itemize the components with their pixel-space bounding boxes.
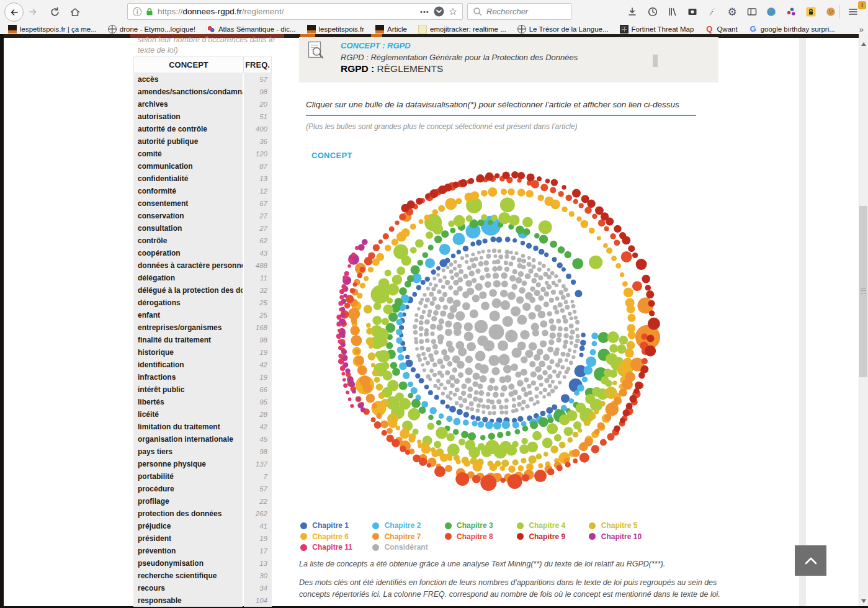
bubble[interactable]	[463, 274, 468, 279]
concept-row[interactable]: données à caractère personnel 488	[133, 259, 272, 272]
bookmarks-overflow-chevron[interactable]: »	[859, 25, 864, 34]
bubble[interactable]	[383, 305, 393, 315]
bubble[interactable]	[441, 285, 445, 289]
bubble[interactable]	[563, 318, 568, 324]
bubble[interactable]	[347, 264, 351, 268]
bubble[interactable]	[646, 290, 654, 298]
bubble[interactable]	[515, 372, 521, 378]
bubble[interactable]	[388, 419, 397, 428]
bubble[interactable]	[455, 459, 460, 464]
home-button[interactable]	[68, 5, 82, 19]
bubble[interactable]	[444, 184, 452, 192]
bubble[interactable]	[606, 218, 614, 226]
bubble[interactable]	[566, 293, 570, 297]
bubble[interactable]	[498, 341, 508, 351]
concept-row[interactable]: historique 19	[133, 346, 272, 359]
bubble[interactable]	[552, 369, 557, 373]
bubble[interactable]	[376, 253, 384, 261]
bubble[interactable]	[471, 253, 475, 256]
bubble[interactable]	[594, 429, 600, 434]
bubble[interactable]	[612, 381, 617, 386]
bubble[interactable]	[410, 247, 417, 254]
bubble[interactable]	[535, 400, 539, 404]
legend-item[interactable]: Chapitre 6	[300, 532, 370, 542]
bookmark-item[interactable]: Qwant	[705, 25, 737, 34]
bookmark-item[interactable]: drone - Etymo...logique!	[108, 25, 195, 34]
bubble[interactable]	[648, 300, 655, 307]
bubble[interactable]	[439, 413, 444, 419]
legend-item[interactable]: Chapitre 2	[372, 521, 442, 531]
bubble[interactable]	[544, 452, 548, 457]
concept-row[interactable]: personne physique 137	[133, 458, 272, 470]
bubble[interactable]	[614, 225, 621, 233]
bubble[interactable]	[395, 220, 399, 225]
bubble[interactable]	[493, 386, 498, 391]
bubble[interactable]	[352, 390, 356, 394]
bubble[interactable]	[380, 420, 388, 428]
bubble[interactable]	[642, 275, 650, 284]
bubble[interactable]	[520, 330, 529, 339]
bubble[interactable]	[504, 405, 509, 409]
bubble[interactable]	[457, 409, 463, 415]
concept-row[interactable]: accès 57	[133, 73, 272, 86]
bubble[interactable]	[445, 321, 452, 328]
bubble[interactable]	[551, 179, 558, 186]
bubble[interactable]	[547, 284, 552, 290]
concept-row[interactable]: organisation internationale 45	[133, 433, 272, 445]
bubble[interactable]	[526, 404, 530, 408]
bubble[interactable]	[531, 180, 539, 188]
bubble[interactable]	[463, 412, 469, 418]
bubble[interactable]	[550, 445, 558, 453]
bubble[interactable]	[584, 366, 593, 375]
bubble[interactable]	[408, 436, 415, 443]
bubble[interactable]	[600, 401, 606, 406]
bubble[interactable]	[573, 310, 576, 313]
bubble[interactable]	[338, 340, 342, 344]
bubble[interactable]	[366, 328, 373, 334]
bubble[interactable]	[414, 340, 419, 344]
legend-item[interactable]: Chapitre 1	[300, 521, 370, 531]
bubble[interactable]	[575, 328, 579, 331]
bubble[interactable]	[424, 215, 431, 221]
bubble[interactable]	[509, 251, 513, 254]
bubble[interactable]	[578, 428, 582, 432]
bubble[interactable]	[550, 271, 555, 275]
bubble[interactable]	[432, 277, 436, 280]
bubble[interactable]	[459, 179, 467, 187]
bubble[interactable]	[419, 219, 424, 224]
bubble[interactable]	[517, 402, 522, 407]
concept-row[interactable]: autorité publique 36	[133, 135, 272, 148]
bubble[interactable]	[497, 266, 503, 271]
bubble[interactable]	[535, 366, 541, 372]
bubble[interactable]	[435, 304, 441, 310]
concept-row[interactable]: confidentialité 13	[133, 172, 272, 185]
bubble[interactable]	[516, 226, 524, 235]
bubble[interactable]	[572, 449, 580, 457]
bubble[interactable]	[445, 395, 450, 399]
bubble[interactable]	[437, 387, 441, 390]
bubble[interactable]	[477, 336, 488, 346]
bubble[interactable]	[400, 445, 406, 452]
bubble[interactable]	[554, 274, 558, 278]
bubble[interactable]	[461, 391, 466, 396]
bubble[interactable]	[566, 274, 571, 279]
bubble[interactable]	[425, 194, 430, 199]
bubble[interactable]	[416, 285, 421, 290]
bubble[interactable]	[621, 251, 632, 262]
bubble[interactable]	[607, 331, 619, 343]
bubble[interactable]	[441, 400, 445, 405]
bubble[interactable]	[478, 421, 484, 427]
concept-row[interactable]: limitation du traitement 42	[133, 421, 272, 433]
bubble[interactable]	[530, 421, 538, 429]
bubble[interactable]	[423, 357, 427, 360]
bubble[interactable]	[390, 362, 398, 369]
bubble[interactable]	[556, 319, 561, 324]
bubble[interactable]	[459, 439, 465, 445]
bubble[interactable]	[580, 340, 586, 346]
bubble[interactable]	[517, 380, 524, 387]
bubble[interactable]	[417, 307, 421, 311]
bubble[interactable]	[441, 349, 447, 355]
bubble[interactable]	[399, 382, 408, 390]
bubble[interactable]	[502, 421, 511, 429]
bubble[interactable]	[493, 254, 497, 258]
